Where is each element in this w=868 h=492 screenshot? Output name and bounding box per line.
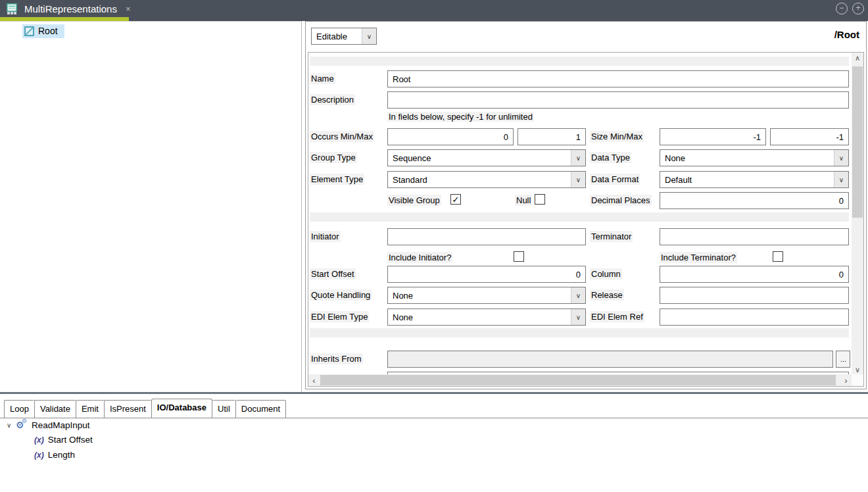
chevron-down-icon[interactable]: ∨ — [571, 287, 585, 303]
element-type-label: Element Type — [310, 174, 364, 185]
name-input[interactable] — [387, 70, 849, 87]
editor-tab[interactable]: MultiRepresentations × — [0, 0, 137, 18]
chevron-down-icon[interactable]: ∨ — [7, 422, 16, 429]
quote-handling-value: None — [388, 287, 571, 303]
data-type-value: None — [660, 150, 834, 166]
maximize-icon[interactable]: + — [852, 3, 864, 14]
tab-emit[interactable]: Emit — [76, 400, 104, 418]
properties-form: Name Description In fields below, specif… — [308, 52, 864, 387]
chevron-down-icon[interactable]: ∨ — [362, 28, 376, 44]
edi-elem-type-select[interactable]: None ∨ — [387, 308, 586, 326]
include-terminator-label: Include Terminator? — [660, 252, 737, 263]
element-type-value: Standard — [388, 172, 571, 187]
initiator-label: Initiator — [310, 231, 341, 242]
element-type-select[interactable]: Standard ∨ — [387, 171, 586, 188]
edi-elem-type-label: EDI Elem Type — [310, 311, 369, 322]
close-icon[interactable]: × — [126, 4, 131, 14]
tree-item-length-label: Length — [48, 450, 75, 460]
start-offset-input[interactable] — [387, 266, 586, 283]
edit-mode-value: Editable — [312, 28, 362, 44]
tree-item-start-offset[interactable]: (x) Start Offset — [34, 435, 93, 445]
group-type-select[interactable]: Sequence ∨ — [387, 149, 586, 166]
description-label: Description — [310, 94, 355, 105]
root-node-icon — [24, 26, 34, 36]
size-min-input[interactable] — [660, 128, 766, 145]
section-band — [310, 212, 849, 222]
tab-util[interactable]: Util — [212, 400, 235, 418]
tab-validate[interactable]: Validate — [34, 400, 76, 418]
editor-titlebar: MultiRepresentations × − + — [0, 0, 868, 21]
group-type-label: Group Type — [310, 152, 357, 163]
tab-loop[interactable]: Loop — [4, 400, 34, 418]
inherits-from-input — [387, 351, 833, 368]
decimal-places-input[interactable] — [660, 192, 849, 209]
tree-item-length[interactable]: (x) Length — [34, 450, 75, 460]
scroll-left-icon[interactable]: ‹ — [308, 374, 320, 386]
data-type-select[interactable]: None ∨ — [660, 149, 849, 166]
tab-document[interactable]: Document — [235, 400, 286, 418]
chevron-down-icon[interactable]: ∨ — [834, 172, 848, 187]
rule-tab-bar: Loop Validate Emit IsPresent IO/Database… — [0, 400, 868, 418]
chevron-down-icon[interactable]: ∨ — [571, 150, 585, 166]
visible-group-checkbox[interactable]: ✓ — [450, 194, 461, 205]
terminator-input[interactable] — [660, 228, 849, 245]
properties-panel: Editable ∨ /Root Name Description In fie… — [305, 21, 867, 389]
edi-elem-ref-input[interactable] — [660, 308, 849, 326]
column-input[interactable] — [660, 266, 849, 283]
horizontal-scroll-thumb[interactable] — [320, 375, 836, 385]
scrollbar-corner — [852, 374, 863, 386]
scroll-right-icon[interactable]: › — [840, 374, 852, 386]
variable-icon: (x) — [34, 451, 44, 460]
occurs-max-input[interactable] — [518, 128, 586, 145]
occurs-minmax-label: Occurs Min/Max — [310, 131, 374, 142]
node-path-label: /Root — [834, 29, 859, 40]
tab-ispresent[interactable]: IsPresent — [104, 400, 151, 418]
section-band — [310, 328, 849, 337]
occurs-min-input[interactable] — [387, 128, 514, 145]
tab-io-database[interactable]: IO/Database — [151, 399, 212, 418]
edi-elem-ref-label: EDI Elem Ref — [590, 311, 644, 322]
start-offset-label: Start Offset — [310, 268, 356, 280]
editor-icon — [5, 3, 18, 16]
null-checkbox[interactable] — [535, 194, 545, 205]
edit-mode-select[interactable]: Editable ∨ — [311, 28, 377, 45]
include-terminator-checkbox[interactable] — [773, 251, 783, 262]
inherits-from-label: Inherits From — [310, 353, 363, 364]
release-label: Release — [590, 289, 624, 301]
section-band — [310, 57, 849, 66]
chevron-down-icon[interactable]: ∨ — [571, 309, 585, 325]
tree-item-root[interactable]: Root — [22, 24, 64, 38]
include-initiator-checkbox[interactable] — [514, 251, 524, 262]
tree-item-root-label: Root — [38, 26, 58, 36]
unlimited-note: In fields below, specify -1 for unlimite… — [387, 112, 534, 122]
vertical-scroll-thumb[interactable] — [852, 66, 863, 218]
scroll-up-icon[interactable]: ∧ — [852, 53, 863, 64]
size-minmax-label: Size Min/Max — [590, 131, 644, 142]
size-max-input[interactable] — [770, 128, 849, 145]
properties-header: Editable ∨ /Root — [306, 22, 866, 51]
initiator-input[interactable] — [387, 228, 586, 245]
horizontal-scrollbar[interactable]: ‹ › — [308, 374, 852, 386]
description-input[interactable] — [387, 91, 849, 109]
include-initiator-label: Include Initiator? — [387, 252, 452, 263]
quote-handling-select[interactable]: None ∨ — [387, 287, 586, 304]
browse-button[interactable]: ... — [836, 351, 850, 368]
variable-icon: (x) — [34, 435, 44, 445]
name-label: Name — [310, 73, 335, 84]
release-input[interactable] — [660, 287, 849, 304]
data-format-label: Data Format — [590, 174, 640, 185]
vertical-scrollbar[interactable]: ∧ ∨ — [852, 53, 863, 376]
data-format-select[interactable]: Default ∨ — [660, 171, 849, 188]
function-gears-icon: ⚙ ⚙ — [16, 420, 28, 431]
horizontal-sash[interactable] — [0, 392, 868, 394]
terminator-label: Terminator — [590, 231, 633, 242]
tree-item-readmapinput[interactable]: ∨ ⚙ ⚙ ReadMapInput — [7, 420, 90, 431]
decimal-places-label: Decimal Places — [590, 195, 652, 206]
editor-tab-title: MultiRepresentations — [24, 3, 117, 14]
visible-group-label: Visible Group — [387, 195, 441, 206]
chevron-down-icon[interactable]: ∨ — [834, 150, 848, 166]
null-label: Null — [515, 195, 532, 206]
chevron-down-icon[interactable]: ∨ — [571, 172, 585, 187]
minimize-icon[interactable]: − — [836, 3, 848, 14]
tree-item-start-offset-label: Start Offset — [48, 435, 93, 445]
